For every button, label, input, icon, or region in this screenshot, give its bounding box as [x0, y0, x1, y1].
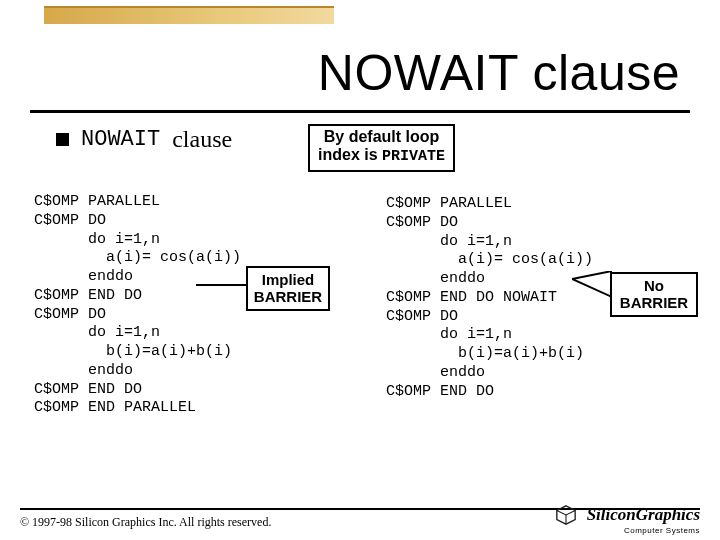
note-private-index: By default loop index is PRIVATE	[308, 124, 455, 172]
note-implied-barrier: Implied BARRIER	[246, 266, 330, 311]
title-rule	[30, 110, 690, 113]
page-title: NOWAIT clause	[318, 44, 680, 102]
nob-l2: BARRIER	[620, 294, 688, 311]
callout-pointer	[572, 271, 612, 301]
accent-bar	[44, 6, 334, 24]
note-no-barrier: No BARRIER	[610, 272, 698, 317]
subheading: NOWAIT clause	[56, 126, 232, 153]
implied-l2: BARRIER	[254, 288, 322, 305]
note-line1: By default loop	[324, 128, 440, 145]
logo-brand: SiliconGraphics	[587, 505, 700, 525]
subhead-word: clause	[172, 126, 232, 153]
bullet-icon	[56, 133, 69, 146]
nob-l1: No	[644, 277, 664, 294]
subhead-keyword: NOWAIT	[81, 127, 160, 152]
connector-line	[196, 284, 246, 286]
implied-l1: Implied	[262, 271, 315, 288]
sgi-logo: SiliconGraphics Computer Systems	[555, 504, 700, 535]
svg-marker-0	[572, 271, 612, 297]
cube-icon	[555, 504, 577, 526]
note-line2a: index is	[318, 146, 382, 163]
note-line2b: PRIVATE	[382, 148, 445, 165]
logo-sub: Computer Systems	[555, 526, 700, 535]
copyright: © 1997-98 Silicon Graphics Inc. All righ…	[20, 515, 271, 530]
content-area: NOWAIT clause By default loop index is P…	[30, 120, 700, 490]
